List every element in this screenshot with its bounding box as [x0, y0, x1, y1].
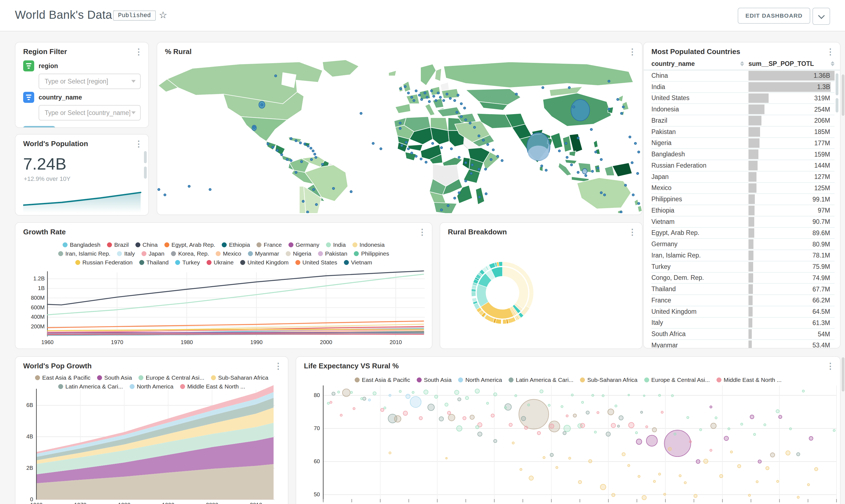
- table-row: China1.36B: [651, 70, 834, 82]
- svg-text:2010: 2010: [250, 502, 262, 504]
- table-row: Myanmar53.4M: [651, 340, 834, 348]
- svg-text:400M: 400M: [31, 314, 45, 320]
- dashboard-actions-button[interactable]: [812, 8, 830, 25]
- more-menu-icon[interactable]: ⋮: [134, 49, 143, 55]
- svg-text:200M: 200M: [31, 323, 45, 329]
- filter-field-label: region: [39, 62, 58, 70]
- region-filter-panel: Region Filter ⋮ region country_name APPL…: [15, 42, 149, 128]
- rural-breakdown-donut[interactable]: [440, 238, 643, 348]
- population-sparkline[interactable]: [23, 186, 142, 213]
- world-map[interactable]: [157, 58, 642, 213]
- region-select[interactable]: [39, 74, 141, 89]
- more-menu-icon[interactable]: ⋮: [628, 229, 636, 235]
- panel-title: Rural Breakdown: [448, 228, 507, 236]
- table-row: Congo, Dem. Rep.74.9M: [651, 273, 834, 284]
- panel-title: % Rural: [165, 48, 192, 56]
- table-row: Iran, Islamic Rep.78.1M: [651, 250, 834, 262]
- svg-text:1990: 1990: [250, 339, 263, 345]
- table-row: Philippines99.1M: [651, 194, 834, 205]
- svg-text:1980: 1980: [181, 339, 193, 345]
- top-bar: World Bank's Data Published ☆ EDIT DASHB…: [0, 0, 845, 32]
- dashboard: World Bank's Data Published ☆ EDIT DASHB…: [0, 0, 845, 504]
- table-row: India1.3B: [651, 82, 834, 93]
- table-row: Indonesia254M: [651, 104, 834, 115]
- svg-text:600M: 600M: [31, 304, 45, 310]
- life-expectancy-panel: Life Expectancy VS Rural % ⋮ East Asia &…: [295, 356, 841, 504]
- most-populated-panel: Most Populated Countries ⋮ country_name …: [643, 42, 841, 348]
- table-row: Brazil206M: [651, 115, 834, 127]
- life-expectancy-chart[interactable]: 80706050: [296, 357, 841, 504]
- favorite-star-icon[interactable]: ☆: [159, 10, 167, 20]
- filter-icon: [23, 60, 34, 71]
- table-row: United Kingdom64.5M: [651, 306, 834, 318]
- filter-icon: [23, 92, 34, 103]
- svg-text:1.2B: 1.2B: [33, 275, 45, 282]
- svg-text:4B: 4B: [26, 433, 33, 439]
- svg-text:6B: 6B: [26, 402, 33, 408]
- svg-text:70: 70: [314, 425, 320, 431]
- column-header-population[interactable]: sum__SP_POP_TOTL: [749, 60, 834, 68]
- growth-rate-panel: Growth Rate ⋮ BangladeshBrazilChinaEgypt…: [15, 222, 432, 349]
- svg-text:1970: 1970: [111, 339, 123, 345]
- apply-button[interactable]: APPLY: [23, 126, 55, 128]
- country-name-select-input[interactable]: [43, 109, 131, 117]
- table-row: Nigeria177M: [651, 138, 834, 149]
- table-row: Germany80.9M: [651, 239, 834, 250]
- sort-icon: [831, 61, 834, 66]
- edit-dashboard-button[interactable]: EDIT DASHBOARD: [738, 8, 810, 24]
- page-title: World Bank's Data: [15, 8, 112, 21]
- svg-text:800M: 800M: [31, 295, 45, 301]
- table-row: Turkey75.9M: [651, 262, 834, 273]
- table-row: Thailand67.7M: [651, 284, 834, 295]
- table-row: Egypt, Arab Rep.89.6M: [651, 228, 834, 239]
- scrollbar-thumb[interactable]: [842, 357, 844, 392]
- table-row: Mexico125M: [651, 183, 834, 194]
- svg-text:80: 80: [314, 392, 320, 398]
- more-menu-icon[interactable]: ⋮: [628, 49, 636, 55]
- population-value: 7.24B: [23, 155, 67, 174]
- india-bubble-lower: [528, 146, 549, 160]
- table-row: Japan127M: [651, 172, 834, 183]
- svg-text:60: 60: [314, 458, 320, 464]
- column-header-country[interactable]: country_name: [651, 60, 749, 68]
- table-row: Italy61.3M: [651, 318, 834, 329]
- table-row: Vietnam90.7M: [651, 216, 834, 228]
- panel-title: Region Filter: [23, 48, 67, 56]
- pop-growth-chart[interactable]: 02B4B6B196019701980199020002010: [15, 357, 288, 504]
- table-row: Bangladesh159M: [651, 149, 834, 160]
- more-menu-icon[interactable]: ⋮: [826, 49, 834, 55]
- table-row: South Africa54M: [651, 329, 834, 340]
- worlds-population-panel: World's Population ⋮ 7.24B +12.9% over 1…: [15, 134, 149, 216]
- filter-field-label: country_name: [39, 94, 82, 101]
- select-caret-icon: [131, 111, 136, 114]
- growth-rate-chart[interactable]: 196019701980199020002010200M400M600M800M…: [15, 223, 432, 349]
- svg-text:2B: 2B: [26, 465, 33, 471]
- table-row: France66.2M: [651, 295, 834, 306]
- published-badge[interactable]: Published: [113, 11, 156, 21]
- rural-map-panel: % Rural ⋮: [157, 42, 643, 215]
- svg-text:1B: 1B: [38, 285, 45, 291]
- svg-text:1990: 1990: [162, 502, 175, 504]
- svg-text:1980: 1980: [118, 502, 130, 504]
- panel-title: World's Population: [23, 140, 88, 148]
- country-name-select[interactable]: [39, 105, 141, 121]
- more-menu-icon[interactable]: ⋮: [134, 141, 143, 147]
- table-row: Russian Federation144M: [651, 160, 834, 172]
- table-row: United States319M: [651, 93, 834, 104]
- region-select-input[interactable]: [43, 77, 131, 86]
- svg-text:2000: 2000: [320, 339, 332, 345]
- table-row: Ethiopia97M: [651, 205, 834, 216]
- population-trend: +12.9% over 10Y: [24, 175, 70, 182]
- china-bubble: [571, 100, 590, 121]
- select-caret-icon: [131, 80, 136, 83]
- table-row: Pakistan185M: [651, 127, 834, 138]
- scrollbar-thumb[interactable]: [842, 74, 844, 116]
- svg-text:50: 50: [314, 491, 320, 498]
- svg-text:2010: 2010: [390, 339, 402, 345]
- svg-text:1960: 1960: [41, 339, 54, 345]
- rural-breakdown-panel: Rural Breakdown ⋮: [439, 222, 643, 349]
- svg-text:0: 0: [30, 496, 33, 502]
- svg-text:1960: 1960: [30, 502, 43, 504]
- sort-icon: [740, 61, 749, 66]
- pop-growth-panel: World's Pop Growth ⋮ East Asia & Pacific…: [15, 356, 288, 504]
